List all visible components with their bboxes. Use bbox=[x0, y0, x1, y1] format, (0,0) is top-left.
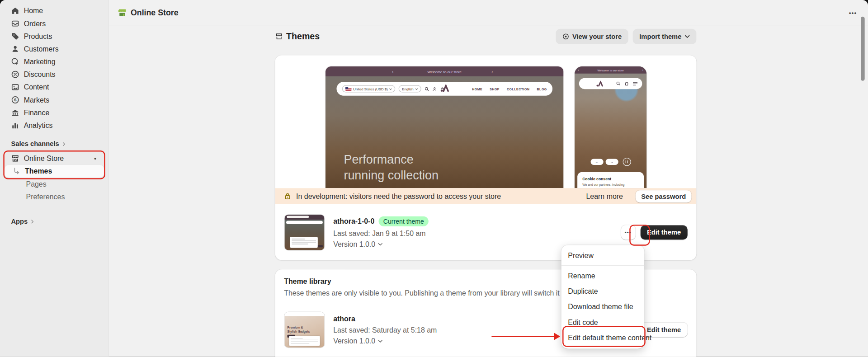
last-saved-text: Last saved: Saturday at 5:18 am bbox=[333, 326, 437, 334]
sidebar: Home Orders Products Customers Marketing… bbox=[0, 0, 109, 357]
sidebar-item-content[interactable]: Content bbox=[5, 81, 104, 94]
cart-bag-icon[interactable] bbox=[624, 81, 629, 86]
unsaved-dot: • bbox=[94, 155, 96, 162]
current-theme-thumbnail[interactable] bbox=[284, 214, 325, 250]
nav-link-home[interactable]: HOME bbox=[472, 87, 482, 90]
sidebar-item-label: Products bbox=[24, 32, 52, 40]
announcement-text: Welcome to our store bbox=[598, 68, 624, 71]
apps-header[interactable]: Apps bbox=[5, 216, 104, 226]
current-theme-badge: Current theme bbox=[379, 216, 429, 226]
sidebar-item-label: Analytics bbox=[24, 121, 53, 129]
sidebar-item-customers[interactable]: Customers bbox=[5, 42, 104, 55]
menu-divider bbox=[561, 265, 645, 266]
hero-line-1: Performance bbox=[344, 152, 439, 168]
pause-icon[interactable] bbox=[623, 158, 631, 166]
sidebar-item-label: Online Store bbox=[24, 155, 64, 163]
chevron-down-icon bbox=[685, 35, 690, 38]
athora-logo-icon[interactable] bbox=[439, 84, 449, 94]
hero-photo: ← → Cookie consent We and our partners, … bbox=[575, 74, 646, 188]
account-icon[interactable] bbox=[432, 87, 437, 91]
sidebar-item-products[interactable]: Products bbox=[5, 30, 104, 42]
sidebar-item-finance[interactable]: Finance bbox=[5, 106, 104, 119]
theme-name: athora bbox=[333, 315, 355, 323]
banner-text: In development: visitors need the passwo… bbox=[296, 192, 501, 200]
menu-icon[interactable] bbox=[633, 82, 638, 86]
menu-item-edit-code[interactable]: Edit code bbox=[565, 315, 641, 330]
sidebar-item-orders[interactable]: Orders bbox=[5, 17, 104, 30]
chevron-right-icon[interactable]: › bbox=[491, 66, 493, 76]
sidebar-item-pages[interactable]: Pages bbox=[5, 178, 104, 190]
sidebar-item-label: Finance bbox=[24, 108, 50, 117]
themes-storefront-icon bbox=[275, 33, 283, 40]
sidebar-item-themes[interactable]: Themes bbox=[5, 165, 104, 178]
search-icon[interactable] bbox=[616, 81, 621, 86]
thumb-body bbox=[284, 220, 324, 250]
edit-theme-button[interactable]: Edit theme bbox=[640, 225, 688, 240]
content-icon bbox=[11, 83, 19, 91]
sidebar-item-label: Content bbox=[24, 83, 49, 91]
language-selector[interactable]: English bbox=[399, 85, 421, 93]
menu-item-rename[interactable]: Rename bbox=[565, 268, 641, 283]
sidebar-item-home[interactable]: Home bbox=[5, 5, 104, 17]
import-theme-label: Import theme bbox=[639, 33, 681, 40]
chevron-right-icon bbox=[30, 220, 34, 224]
sidebar-item-label: Customers bbox=[24, 45, 59, 53]
svg-text:$: $ bbox=[14, 97, 17, 102]
vertical-scrollbar[interactable] bbox=[861, 17, 865, 81]
title-actions: View your store Import theme bbox=[556, 29, 696, 44]
eye-icon bbox=[562, 33, 569, 40]
desktop-theme-preview[interactable]: ‹ Welcome to our store › United States (… bbox=[326, 66, 564, 188]
version-label: Version 1.0.0 bbox=[333, 240, 375, 248]
country-selector[interactable]: United States (USD $) bbox=[342, 85, 396, 93]
sidebar-item-label: Preferences bbox=[26, 193, 65, 201]
thumb-body: Premium & Stylish Gadgets bbox=[284, 316, 324, 348]
import-theme-button[interactable]: Import theme bbox=[633, 29, 697, 44]
sidebar-item-marketing[interactable]: Marketing bbox=[5, 55, 104, 68]
version-selector[interactable]: Version 1.0.0 bbox=[333, 240, 429, 248]
library-theme-thumbnail[interactable]: Premium & Stylish Gadgets bbox=[284, 311, 325, 348]
see-password-button[interactable]: See password bbox=[636, 190, 691, 202]
view-your-store-button[interactable]: View your store bbox=[556, 29, 628, 44]
header-overflow-button[interactable]: ••• bbox=[849, 9, 857, 16]
slider-controls: ← → bbox=[575, 158, 646, 166]
nav-link-collection[interactable]: COLLECTION bbox=[507, 87, 530, 90]
menu-item-download-theme-file[interactable]: Download theme file bbox=[565, 299, 641, 314]
menu-item-duplicate[interactable]: Duplicate bbox=[565, 283, 641, 299]
chevron-right-icon[interactable]: › bbox=[642, 66, 643, 74]
athora-logo-icon[interactable] bbox=[596, 80, 604, 86]
search-icon[interactable] bbox=[425, 87, 429, 91]
chevron-left-icon[interactable]: ‹ bbox=[578, 66, 579, 74]
sidebar-item-label: Markets bbox=[24, 96, 50, 104]
home-icon bbox=[11, 7, 19, 15]
app-window: Home Orders Products Customers Marketing… bbox=[0, 0, 868, 357]
menu-item-preview[interactable]: Preview bbox=[565, 247, 641, 263]
current-theme-info: athora-1-0-0 Current theme Last saved: J… bbox=[333, 216, 429, 248]
menu-item-edit-default-theme-content[interactable]: Edit default theme content bbox=[565, 330, 641, 345]
hero-heading: Performance running collection bbox=[344, 152, 439, 183]
sidebar-item-label: Themes bbox=[25, 167, 52, 175]
store-navbar-mobile bbox=[579, 78, 642, 89]
nav-link-shop[interactable]: SHOP bbox=[490, 87, 500, 90]
sidebar-item-analytics[interactable]: Analytics bbox=[5, 119, 104, 132]
sidebar-item-label: Discounts bbox=[24, 70, 56, 79]
version-selector[interactable]: Version 1.0.0 bbox=[333, 337, 437, 345]
sidebar-item-label: Orders bbox=[24, 19, 46, 28]
customers-icon bbox=[11, 45, 19, 53]
prev-slide-button[interactable]: ← bbox=[590, 159, 603, 164]
nav-link-blog[interactable]: BLOG bbox=[537, 87, 547, 90]
theme-options-button[interactable]: ••• bbox=[621, 225, 635, 240]
sidebar-item-online-store[interactable]: Online Store • bbox=[5, 152, 104, 165]
chevron-left-icon[interactable]: ‹ bbox=[392, 66, 393, 76]
page-title: Themes bbox=[286, 32, 320, 42]
lock-icon bbox=[284, 193, 291, 200]
sales-channels-header[interactable]: Sales channels bbox=[5, 139, 104, 149]
sidebar-item-markets[interactable]: $ Markets bbox=[5, 94, 104, 106]
discounts-icon bbox=[11, 70, 19, 79]
sidebar-item-preferences[interactable]: Preferences bbox=[5, 190, 104, 203]
current-theme-card: ‹ Welcome to our store › United States (… bbox=[275, 55, 697, 260]
mobile-theme-preview[interactable]: ‹ Welcome to our store › bbox=[575, 66, 646, 188]
sidebar-item-label: Pages bbox=[26, 180, 47, 188]
learn-more-link[interactable]: Learn more bbox=[586, 192, 623, 200]
sidebar-item-discounts[interactable]: Discounts bbox=[5, 68, 104, 81]
next-slide-button[interactable]: → bbox=[605, 159, 618, 164]
